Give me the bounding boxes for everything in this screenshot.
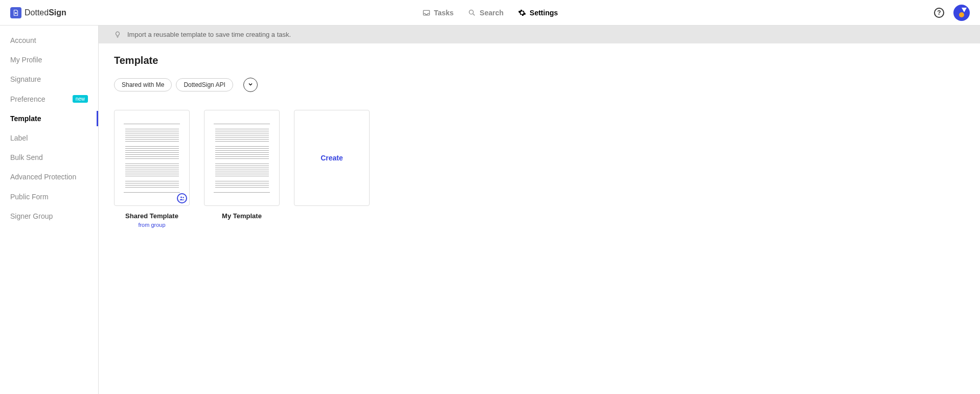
svg-point-5 [183,197,184,198]
filter-row: Shared with Me DottedSign API [114,78,965,92]
sidebar-item-label: Preference [10,95,45,104]
sidebar-item-label: Template [10,114,41,123]
lightbulb-icon [114,31,121,38]
sidebar-item-advanced-protection[interactable]: Advanced Protection [0,167,98,187]
filter-dottedsign-api[interactable]: DottedSign API [176,78,233,91]
info-banner: Import a reusable template to save time … [99,26,980,43]
page-title: Template [114,55,965,66]
header-right: ? [934,5,970,21]
logo-icon [10,7,21,18]
svg-point-0 [15,12,17,13]
sidebar-item-bulk-send[interactable]: Bulk Send [0,148,98,167]
sidebar-item-label[interactable]: Label [0,128,98,148]
sidebar-item-signer-group[interactable]: Signer Group [0,206,98,226]
sidebar-item-label: Signature [10,75,41,84]
help-icon[interactable]: ? [934,8,944,18]
create-label: Create [321,154,343,162]
sidebar-item-my-profile[interactable]: My Profile [0,50,98,69]
sidebar-item-label: My Profile [10,55,42,64]
sidebar-item-account[interactable]: Account [0,31,98,50]
banner-text: Import a reusable template to save time … [127,31,291,38]
sidebar-item-label: Account [10,36,36,45]
settings-sidebar: Account My Profile Signature Preference … [0,26,99,394]
template-title: Shared Template [125,212,178,220]
sidebar-item-label: Label [10,133,28,143]
nav-tasks-label: Tasks [434,9,454,17]
app-logo[interactable]: DottedSign [10,7,66,18]
sidebar-item-preference[interactable]: Preference new [0,89,98,109]
sidebar-item-template[interactable]: Template [0,109,98,128]
shared-icon [177,193,187,203]
template-thumb[interactable] [204,110,280,206]
nav-settings[interactable]: Settings [518,9,558,17]
template-title: My Template [222,212,262,220]
header-nav: Tasks Search Settings [422,9,558,17]
sidebar-item-public-form[interactable]: Public Form [0,187,98,206]
logo-text-thin: Dotted [25,8,49,17]
nav-settings-label: Settings [530,9,558,17]
sidebar-item-label: Advanced Protection [10,172,76,181]
filter-shared-with-me[interactable]: Shared with Me [114,78,172,91]
gear-icon [518,9,526,17]
user-avatar[interactable] [953,5,970,21]
template-thumb[interactable] [114,110,190,206]
template-subtitle[interactable]: from group [138,222,165,228]
sidebar-item-label: Public Form [10,192,49,201]
sidebar-item-label: Bulk Send [10,153,43,162]
create-template-button[interactable]: Create [294,110,370,206]
main-content: Import a reusable template to save time … [99,26,980,394]
templates-grid: Shared Template from group My Template [114,110,965,228]
expand-filters-button[interactable] [243,78,258,92]
template-card-shared: Shared Template from group [114,110,190,228]
logo-text-bold: Sign [49,8,66,17]
nav-search[interactable]: Search [468,9,504,17]
sidebar-item-signature[interactable]: Signature [0,69,98,89]
nav-search-label: Search [480,9,504,17]
search-icon [468,9,476,17]
chevron-down-icon [247,80,254,89]
new-badge: new [73,95,88,103]
nav-tasks[interactable]: Tasks [422,9,454,17]
app-header: DottedSign Tasks Search Settings ? [0,0,980,26]
svg-line-3 [473,14,474,15]
template-card-my: My Template [204,110,280,228]
sidebar-item-label: Signer Group [10,212,53,221]
svg-point-2 [469,10,473,14]
inbox-icon [422,9,430,17]
svg-point-4 [180,197,182,198]
